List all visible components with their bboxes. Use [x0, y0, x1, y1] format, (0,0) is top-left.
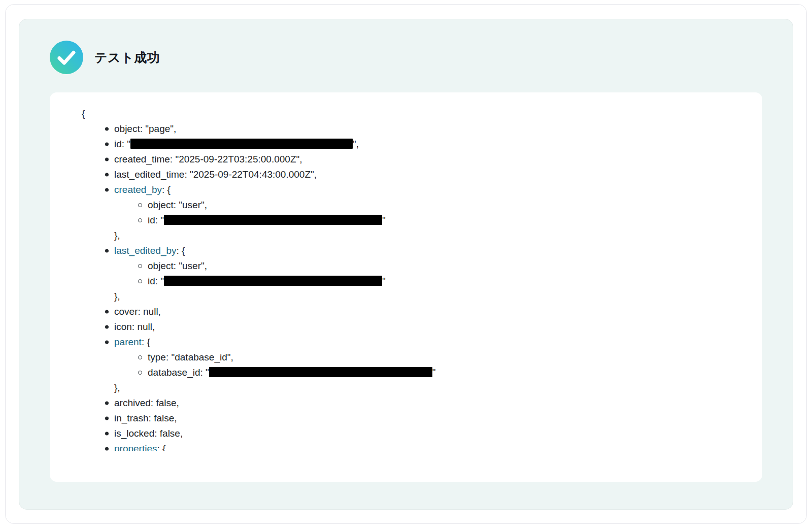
bullet-icon — [105, 310, 109, 314]
test-result-section: テスト成功 { object: "page", id: "", created_… — [19, 19, 793, 510]
json-line-created-by: created_by: { — [82, 182, 742, 197]
bullet-icon — [105, 188, 109, 192]
redaction-bar — [164, 215, 382, 225]
bullet-icon — [105, 127, 109, 131]
test-result-card: テスト成功 { object: "page", id: "", created_… — [5, 4, 807, 524]
json-close-created-by: }, — [82, 228, 742, 243]
result-title: テスト成功 — [94, 49, 160, 66]
json-line-last-edited-by-object: object: "user", — [82, 258, 742, 274]
json-key-cover: cover — [114, 306, 138, 317]
json-key-last-edited-by[interactable]: last_edited_by — [114, 245, 177, 256]
json-line-cover: cover: null, — [82, 304, 742, 319]
response-panel: { object: "page", id: "", created_time: … — [50, 92, 762, 482]
bullet-icon — [105, 143, 109, 146]
success-check-icon — [50, 41, 83, 74]
json-line-last-edited-by: last_edited_by: { — [82, 243, 742, 258]
json-key-properties[interactable]: properties — [114, 443, 157, 451]
bullet-icon — [105, 341, 109, 344]
json-key-object: object — [148, 200, 174, 210]
json-key-created-by[interactable]: created_by — [114, 184, 162, 195]
json-close-parent: }, — [82, 380, 742, 395]
bullet-icon — [105, 432, 109, 436]
json-line-is-locked: is_locked: false, — [82, 426, 742, 441]
circle-bullet-icon — [138, 279, 142, 283]
json-line-parent-type: type: "database_id", — [82, 350, 742, 365]
redaction-bar — [130, 139, 353, 149]
bullet-icon — [105, 447, 109, 451]
redaction-bar — [164, 276, 382, 286]
bullet-icon — [105, 417, 109, 420]
bullet-icon — [105, 158, 109, 161]
result-header: テスト成功 — [50, 41, 762, 74]
circle-bullet-icon — [138, 355, 142, 359]
json-line-created-by-object: object: "user", — [82, 197, 742, 213]
json-key-in-trash: in_trash — [114, 413, 149, 423]
json-line-parent-database-id: database_id: "" — [82, 365, 742, 380]
json-key-object: object — [114, 123, 140, 134]
circle-bullet-icon — [138, 264, 142, 268]
json-key-last-edited-time: last_edited_time — [114, 169, 184, 180]
json-line-created-time: created_time: "2025-09-22T03:25:00.000Z"… — [82, 152, 742, 167]
json-key-database-id: database_id — [148, 367, 200, 378]
json-key-is-locked: is_locked — [114, 428, 154, 439]
bullet-icon — [105, 173, 109, 177]
bullet-icon — [105, 249, 109, 253]
json-close-last-edited-by: }, — [82, 289, 742, 304]
json-key-parent[interactable]: parent — [114, 337, 142, 347]
json-key-type: type — [148, 352, 166, 362]
json-line-in-trash: in_trash: false, — [82, 411, 742, 426]
bullet-icon — [105, 402, 109, 405]
json-key-archived: archived — [114, 398, 151, 408]
json-line-object: object: "page", — [82, 121, 742, 137]
json-line-created-by-id: id: "" — [82, 213, 742, 228]
json-line-icon: icon: null, — [82, 319, 742, 335]
json-line-last-edited-time: last_edited_time: "2025-09-22T04:43:00.0… — [82, 167, 742, 182]
json-line-id: id: "", — [82, 137, 742, 152]
bullet-icon — [105, 325, 109, 329]
json-key-object: object — [148, 260, 174, 271]
json-key-icon: icon — [114, 321, 132, 332]
json-key-id: id — [148, 215, 155, 225]
json-key-created-time: created_time — [114, 154, 170, 164]
response-json-tree: { object: "page", id: "", created_time: … — [82, 106, 742, 451]
json-line-parent: parent: { — [82, 335, 742, 350]
redaction-bar — [209, 367, 432, 377]
json-key-id: id — [114, 139, 122, 149]
json-key-id: id — [148, 276, 155, 286]
page-background: テスト成功 { object: "page", id: "", created_… — [0, 0, 812, 529]
circle-bullet-icon — [138, 218, 142, 222]
json-brace-open: { — [82, 106, 742, 121]
json-line-archived: archived: false, — [82, 395, 742, 411]
circle-bullet-icon — [138, 203, 142, 207]
json-line-last-edited-by-id: id: "" — [82, 274, 742, 289]
circle-bullet-icon — [138, 371, 142, 375]
json-line-properties: properties: { — [82, 441, 742, 451]
